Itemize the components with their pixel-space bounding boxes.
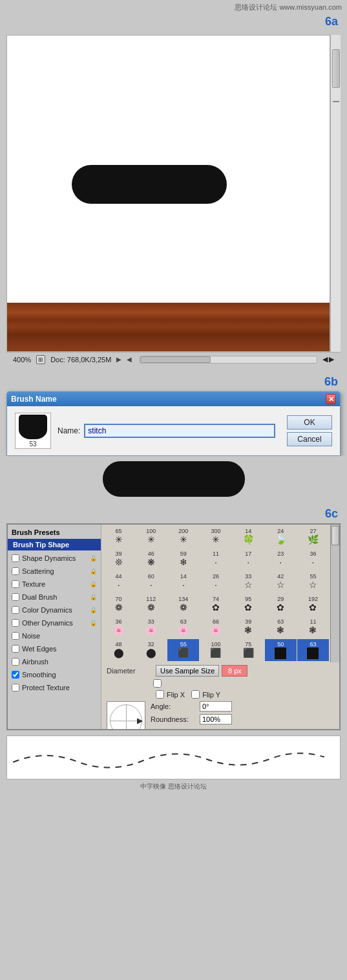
brush-cell[interactable]: 32⬤ [135, 639, 167, 661]
airbrush-checkbox[interactable] [12, 658, 19, 666]
sidebar-item-other-dynamics[interactable]: Other Dynamics 🔒 [8, 616, 101, 629]
scattering-checkbox[interactable] [12, 567, 19, 575]
angle-input[interactable] [200, 701, 232, 712]
sidebar-item-color-dynamics[interactable]: Color Dynamics 🔒 [8, 604, 101, 616]
brush-cell[interactable]: 24🍃 [265, 526, 297, 548]
grid-scrollbar[interactable] [330, 525, 339, 662]
wet-edges-checkbox[interactable] [12, 645, 19, 653]
status-scrollbar[interactable] [140, 356, 317, 364]
brush-cell[interactable]: 100✳ [135, 526, 167, 548]
brush-presets-title: Brush Presets [8, 527, 101, 538]
brush-cell[interactable]: 42☆ [265, 571, 297, 593]
brush-cell[interactable]: 44· [103, 571, 134, 593]
dialog-close-button[interactable]: ✕ [326, 394, 336, 404]
noise-checkbox[interactable] [12, 632, 19, 640]
brush-cell-selected2[interactable]: 50 [265, 639, 297, 661]
ok-button[interactable]: OK [287, 415, 332, 430]
brush-cell[interactable]: 33☆ [233, 571, 264, 593]
brush-cell[interactable]: 26· [200, 571, 231, 593]
brush-cell[interactable]: 65✳ [103, 526, 134, 548]
sidebar-item-protect-texture[interactable]: Protect Texture 🔒 [8, 681, 101, 694]
brush-preview-num: 53 [29, 441, 36, 448]
sidebar-item-wet-edges[interactable]: Wet Edges 🔒 [8, 642, 101, 655]
sidebar-item-shape-dynamics[interactable]: Shape Dynamics 🔒 [8, 552, 101, 565]
flip-y-checkbox[interactable] [191, 690, 200, 699]
brush-cell[interactable]: 59❄ [167, 549, 199, 571]
brush-cell[interactable]: 60· [135, 571, 167, 593]
roundness-input[interactable] [200, 714, 232, 724]
use-sample-size-button[interactable]: Use Sample Size [156, 665, 219, 677]
brush-cell[interactable]: 55☆ [297, 571, 329, 593]
grid-scrollbar-thumb[interactable] [331, 526, 339, 545]
shape-dynamics-checkbox[interactable] [12, 554, 19, 562]
brush-cell-selected[interactable]: 55⬛ [167, 639, 199, 661]
brush-cell[interactable]: 23· [265, 549, 297, 571]
dual-brush-checkbox[interactable] [12, 593, 19, 601]
brush-cell-selected3[interactable]: 63 [297, 639, 329, 661]
brush-cell[interactable]: 300✳ [200, 526, 231, 548]
brush-cell[interactable]: 39❃ [233, 616, 264, 638]
diameter-checkbox[interactable] [153, 679, 162, 688]
sidebar-item-noise[interactable]: Noise 🔒 [8, 629, 101, 642]
brush-cell[interactable]: 100⬛ [200, 639, 231, 661]
dialog-body: 53 Name: OK Cancel [7, 406, 340, 455]
brush-cell[interactable]: 39❊ [103, 549, 134, 571]
shape-dynamics-label: Shape Dynamics [22, 554, 89, 562]
brush-cell[interactable]: 36🌸 [103, 616, 134, 638]
brush-cell[interactable]: 11· [200, 549, 231, 571]
brush-cell[interactable]: 36· [297, 549, 329, 571]
brush-cell[interactable]: 95✿ [233, 594, 264, 616]
brush-cell[interactable]: 192✿ [297, 594, 329, 616]
brush-cell[interactable]: 200✳ [167, 526, 199, 548]
checkbox-row [107, 679, 334, 688]
texture-checkbox[interactable] [12, 580, 19, 588]
brush-cell[interactable]: 70❁ [103, 594, 134, 616]
sidebar-item-texture[interactable]: Texture 🔒 [8, 578, 101, 591]
canvas-scrollbar-right[interactable] [330, 35, 341, 352]
scrollbar-thumb[interactable] [332, 49, 340, 88]
color-dynamics-checkbox[interactable] [12, 606, 19, 614]
brush-cell[interactable]: 46❋ [135, 549, 167, 571]
brush-cell[interactable]: 63🌸 [167, 616, 199, 638]
airbrush-label: Airbrush [22, 658, 89, 666]
brush-cell[interactable]: 17· [233, 549, 264, 571]
sidebar-item-scattering[interactable]: Scattering 🔒 [8, 565, 101, 578]
angle-crosshair[interactable]: ▶ [107, 701, 145, 729]
brush-cell[interactable]: 75⬛ [233, 639, 264, 661]
dual-brush-label: Dual Brush [22, 593, 89, 601]
status-icon[interactable]: ⊞ [36, 355, 45, 364]
status-arrow-left[interactable]: ◀ [127, 356, 132, 363]
brush-cell[interactable]: 63❃ [265, 616, 297, 638]
brush-cell[interactable]: 134❁ [167, 594, 199, 616]
stroke-preview-inner [7, 736, 340, 779]
canvas[interactable] [6, 35, 330, 352]
brush-cell[interactable]: 29✿ [265, 594, 297, 616]
brush-cell[interactable]: 14· [167, 571, 199, 593]
brush-cell[interactable]: 11❃ [297, 616, 329, 638]
brush-panel: Brush Presets Brush Tip Shape Shape Dyna… [6, 523, 341, 730]
brush-cell[interactable]: 66🌸 [200, 616, 231, 638]
brush-cell[interactable]: 48⬤ [103, 639, 134, 661]
smoothing-checkbox[interactable] [12, 671, 19, 679]
flip-x-label: Flip X [167, 691, 185, 699]
brush-name-input[interactable] [84, 424, 275, 438]
sidebar-item-airbrush[interactable]: Airbrush 🔒 [8, 655, 101, 668]
status-arrow[interactable]: ▶ [116, 356, 121, 363]
sidebar-item-dual-brush[interactable]: Dual Brush 🔒 [8, 591, 101, 604]
crosshair-v [126, 705, 127, 729]
stroke-area-6b [0, 456, 347, 502]
brush-cell[interactable]: 14🍀 [233, 526, 264, 548]
flip-y-label: Flip Y [202, 691, 220, 699]
brush-cell[interactable]: 112❁ [135, 594, 167, 616]
flip-x-checkbox[interactable] [156, 690, 164, 699]
stroke-preview-svg [7, 736, 340, 779]
brush-cell[interactable]: 33🌸 [135, 616, 167, 638]
brush-cell[interactable]: 74✿ [200, 594, 231, 616]
brush-cell[interactable]: 27🌿 [297, 526, 329, 548]
cancel-button[interactable]: Cancel [287, 432, 332, 446]
dialog-buttons: OK Cancel [287, 415, 332, 446]
protect-texture-checkbox[interactable] [12, 684, 19, 691]
other-dynamics-checkbox[interactable] [12, 619, 19, 627]
brush-tip-shape-item[interactable]: Brush Tip Shape [8, 539, 101, 550]
sidebar-item-smoothing[interactable]: Smoothing 🔒 [8, 668, 101, 681]
